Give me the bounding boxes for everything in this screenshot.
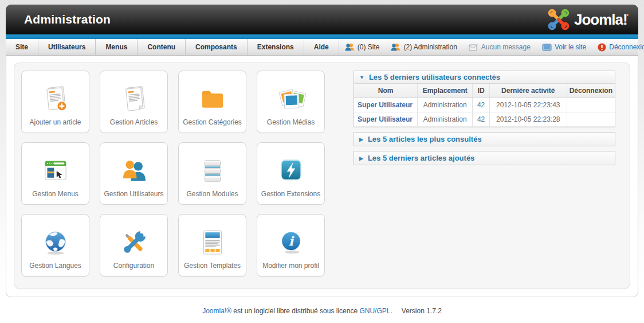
footer: Joomla!® est un logiciel libre distribué… — [0, 307, 644, 315]
quickicon-gestion-medias[interactable]: Gestion Médias — [257, 71, 325, 133]
header-bar: Administration Joomla!' — [6, 5, 638, 34]
quickicon-label: Configuration — [113, 262, 154, 270]
cell-activite: 2012-10-05 22:23:43 — [489, 98, 567, 112]
menu-composants[interactable]: Composants — [186, 39, 248, 55]
quickicon-label: Gestion Langues — [29, 262, 81, 270]
menubar: Site Utilisateurs Menus Contenu Composan… — [6, 39, 638, 56]
cell-id: 42 — [473, 98, 490, 112]
menu-extensions[interactable]: Extensions — [248, 39, 304, 55]
table-row: Super Utilisateur Administration 42 2012… — [354, 98, 615, 112]
template-icon — [196, 224, 229, 262]
admin-window: Administration Joomla!' Site Util — [6, 5, 638, 297]
quickicon-gestion-categories[interactable]: Gestion Catégories — [178, 71, 246, 133]
status-label: Voir le site — [555, 43, 586, 51]
quickicon-grid: Ajouter un article — [21, 71, 325, 281]
quickicon-gestion-utilisateurs[interactable]: Gestion Utilisateurs — [100, 142, 168, 205]
modules-icon — [196, 152, 229, 190]
column-header: Emplacement — [418, 84, 473, 98]
joomla-wordmark: Joomla!' — [574, 11, 628, 29]
quickicon-gestion-langues[interactable]: Gestion Langues — [21, 214, 89, 277]
column-header: Dernière activité — [489, 84, 567, 98]
user-link[interactable]: Super Utilisateur — [358, 115, 413, 123]
extensions-icon — [274, 152, 308, 190]
module-articles-consultes: ▶ Les 5 articles les plus consultés — [354, 132, 615, 146]
column-header: ID — [473, 84, 490, 98]
quickicon-label: Gestion Modules — [186, 190, 238, 198]
status-bar: (0) Site (2) Administration ² — [339, 39, 644, 55]
cpanel: Ajouter un article — [14, 63, 630, 289]
folder-icon — [196, 80, 229, 118]
menu-menus[interactable]: Menus — [96, 39, 138, 55]
status-label: Aucun message — [481, 43, 531, 51]
quickicon-configuration[interactable]: Configuration — [100, 214, 168, 277]
column-header: Nom — [354, 84, 418, 98]
article-icon — [117, 80, 151, 118]
joomla-footer-link[interactable]: Joomla!® — [202, 307, 231, 315]
module-title: Les 5 articles les plus consultés — [368, 135, 482, 143]
license-link[interactable]: GNU/GPL. — [359, 307, 392, 315]
quickicon-gestion-articles[interactable]: Gestion Articles — [100, 71, 168, 133]
chevron-right-icon: ▶ — [359, 155, 363, 161]
logged-users-table: Nom Emplacement ID Dernière activité Déc… — [354, 83, 615, 127]
column-header: Déconnexion — [567, 84, 615, 98]
cell-emplacement: Administration — [418, 112, 473, 127]
mail-icon: ² — [469, 43, 478, 51]
user-link[interactable]: Super Utilisateur — [358, 101, 413, 109]
menu-site[interactable]: Site — [6, 39, 38, 55]
cell-activite: 2012-10-05 22:23:28 — [489, 112, 567, 127]
status-site-sessions[interactable]: (0) Site — [339, 43, 386, 51]
quickicon-label: Modifier mon profil — [262, 262, 319, 270]
media-icon — [274, 80, 308, 118]
chevron-right-icon: ▶ — [359, 137, 363, 142]
svg-text:²: ² — [477, 43, 478, 46]
status-messages[interactable]: ² Aucun message — [463, 43, 536, 51]
quickicon-gestion-extensions[interactable]: Gestion Extensions — [257, 142, 325, 205]
status-label: (2) Administration — [403, 43, 457, 51]
users-icon — [117, 152, 151, 190]
joomla-logo: Joomla!' — [548, 9, 628, 30]
module-title: Les 5 derniers articles ajoutés — [368, 154, 474, 162]
status-admin-sessions[interactable]: (2) Administration — [385, 43, 462, 51]
blue-stripe — [6, 34, 638, 39]
menu-aide[interactable]: Aide — [304, 39, 339, 55]
tools-icon — [117, 224, 151, 262]
module-header-popular[interactable]: ▶ Les 5 articles les plus consultés — [354, 133, 615, 146]
module-derniers-articles: ▶ Les 5 derniers articles ajoutés — [354, 151, 615, 165]
info-icon: i — [274, 224, 308, 262]
quickicon-gestion-modules[interactable]: Gestion Modules — [178, 142, 246, 205]
menu-utilisateurs[interactable]: Utilisateurs — [38, 39, 96, 55]
quickicon-label: Gestion Templates — [184, 262, 241, 270]
quickicon-gestion-menus[interactable]: Gestion Menus — [21, 142, 89, 205]
table-row: Super Utilisateur Administration 42 2012… — [354, 112, 615, 127]
quickicon-label: Ajouter un article — [29, 118, 81, 126]
monitor-icon — [542, 44, 552, 51]
menus-icon — [39, 152, 72, 190]
joomla-logo-icon — [548, 9, 570, 30]
menu-contenu[interactable]: Contenu — [138, 39, 186, 55]
quickicon-label: Gestion Catégories — [183, 118, 242, 126]
cell-deconnexion — [567, 112, 615, 127]
module-header-latest[interactable]: ▶ Les 5 derniers articles ajoutés — [354, 151, 615, 165]
chevron-down-icon: ▼ — [359, 75, 364, 80]
status-label: Déconnexion — [609, 43, 644, 51]
cell-id: 42 — [473, 112, 490, 127]
module-header-users[interactable]: ▼ Les 5 derniers utilisateurs connectés — [354, 71, 615, 83]
status-view-site[interactable]: Voir le site — [536, 43, 592, 51]
status-label: (0) Site — [358, 43, 380, 51]
dashboard-modules: ▼ Les 5 derniers utilisateurs connectés … — [354, 71, 615, 281]
version-label: Version 1.7.2 — [402, 307, 442, 315]
users-small-icon — [391, 43, 400, 51]
cell-emplacement: Administration — [418, 98, 473, 112]
module-derniers-utilisateurs: ▼ Les 5 derniers utilisateurs connectés … — [354, 71, 615, 127]
quickicon-ajouter-un-article[interactable]: Ajouter un article — [21, 71, 89, 133]
article-add-icon — [39, 80, 72, 118]
content-area: Ajouter un article — [6, 56, 638, 297]
status-logout[interactable]: Déconnexion — [592, 43, 644, 52]
page-title: Administration — [16, 13, 111, 26]
footer-text: est un logiciel libre distribué sous lic… — [231, 307, 359, 315]
quickicon-modifier-mon-profil[interactable]: i Modifier mon profil — [257, 214, 325, 277]
quickicon-label: Gestion Extensions — [261, 190, 320, 198]
quickicon-gestion-templates[interactable]: Gestion Templates — [178, 214, 246, 277]
logout-icon — [598, 43, 606, 52]
module-title: Les 5 derniers utilisateurs connectés — [369, 73, 500, 81]
